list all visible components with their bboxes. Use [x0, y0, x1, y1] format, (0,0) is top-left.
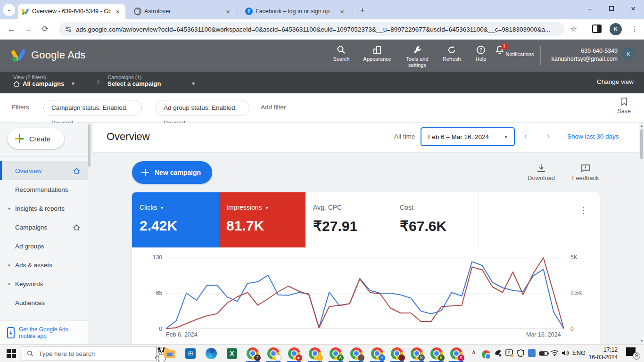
window-close-button[interactable]: ×: [622, 0, 644, 18]
chrome-window-icon[interactable]: K: [430, 347, 443, 360]
bookmark-star-icon[interactable]: ☆: [568, 24, 579, 35]
tools-settings-menu-item[interactable]: Tools and settings: [402, 45, 433, 68]
chrome-window-icon[interactable]: S: [450, 347, 463, 360]
campaign-selector[interactable]: Campaigns (1) Select a campaign ▾: [107, 74, 195, 87]
reload-icon[interactable]: ⟳: [40, 24, 51, 35]
excel-icon[interactable]: X: [225, 347, 239, 360]
sidebar-item-campaigns[interactable]: Campaigns: [0, 218, 88, 237]
create-button[interactable]: Create: [8, 128, 64, 149]
language-indicator[interactable]: ENG: [572, 349, 586, 356]
stat-avg-cpc[interactable]: Avg. CPC ₹27.91: [305, 192, 392, 247]
battery-icon[interactable]: [539, 351, 548, 356]
close-icon[interactable]: ×: [114, 8, 122, 16]
sidebar-item-overview[interactable]: Overview: [0, 161, 88, 180]
stat-impressions[interactable]: Impressions▾ 81.7K: [219, 192, 305, 247]
sidebar-item-ad-groups[interactable]: Ad groups: [0, 237, 88, 255]
close-icon[interactable]: ×: [224, 8, 232, 16]
filter-chip-adgroup-status[interactable]: Ad group status: Enabled, Paused: [156, 100, 249, 116]
scrollbar-thumb[interactable]: [640, 129, 643, 159]
sidebar-item-ads-assets[interactable]: ▸ Ads & assets: [0, 255, 88, 274]
chrome-window-icon[interactable]: S: [329, 347, 342, 360]
taskbar-search-input[interactable]: Type here to search: [22, 346, 157, 361]
scroll-up-icon[interactable]: ▲: [639, 123, 644, 128]
browser-menu-kebab-icon[interactable]: ⋮: [629, 24, 640, 35]
stat-clicks[interactable]: Clicks▾ 2.42K: [132, 192, 219, 247]
browser-tab-astrolover[interactable]: Astrolover ×: [130, 4, 236, 19]
save-filter-button[interactable]: Save: [618, 97, 631, 115]
chevron-down-icon[interactable]: ▾: [265, 205, 268, 210]
help-menu-item[interactable]: ? Help: [471, 45, 490, 62]
chevron-down-icon[interactable]: ▾: [161, 205, 163, 210]
view-selector[interactable]: View (2 filters) All campaigns ▾: [13, 74, 74, 87]
account-info[interactable]: 639-640-5349 kanushortsyt@gmail.com: [551, 47, 618, 63]
browser-profile-avatar[interactable]: K: [610, 23, 622, 35]
expand-icon[interactable]: ▸: [8, 281, 11, 286]
forward-icon[interactable]: →: [23, 24, 34, 35]
new-campaign-button[interactable]: New campaign: [132, 161, 212, 184]
close-icon[interactable]: ×: [338, 8, 346, 16]
search-menu-item[interactable]: Search: [330, 45, 353, 62]
start-button[interactable]: [7, 349, 16, 358]
chrome-window-icon[interactable]: ▶: [288, 347, 301, 360]
tray-satellite-icon[interactable]: [494, 349, 502, 359]
edge-browser-icon[interactable]: [205, 347, 218, 360]
notifications-menu-item[interactable]: ! Notifications: [494, 45, 535, 58]
feedback-icon: [581, 164, 590, 173]
browser-tab-overview[interactable]: Overview - 639-640-5349 - Goo ×: [18, 4, 125, 19]
account-avatar[interactable]: K: [621, 47, 636, 61]
tray-shield-icon[interactable]: [517, 349, 525, 359]
tray-app-icon[interactable]: [528, 349, 536, 357]
card-menu-kebab-icon[interactable]: ⋮: [579, 206, 587, 215]
previous-period-icon[interactable]: ‹: [524, 131, 527, 141]
scroll-down-icon[interactable]: ▼: [639, 339, 644, 343]
expand-icon[interactable]: ▸: [8, 263, 11, 267]
sidebar-item-keywords[interactable]: ▸ Keywords: [0, 274, 88, 293]
tray-expand-icon[interactable]: ∧: [471, 348, 476, 355]
window-restore-button[interactable]: [601, 0, 622, 18]
chrome-window-icon[interactable]: 2: [246, 347, 259, 360]
tray-display-icon[interactable]: [505, 349, 513, 359]
refresh-menu-item[interactable]: Refresh: [440, 45, 463, 62]
right-axis-tick: 2.5K: [570, 290, 582, 296]
expand-icon[interactable]: ▸: [8, 206, 11, 211]
sidebar-item-recommendations[interactable]: Recommendations: [0, 180, 88, 199]
x-axis-start-label: Feb 6, 2024: [166, 331, 198, 338]
page-scrollbar[interactable]: ▲ ▼: [639, 123, 644, 344]
filter-chip-campaign-status[interactable]: Campaign status: Enabled, Paused: [43, 100, 142, 116]
change-view-link[interactable]: Change view: [597, 78, 634, 85]
chrome-window-icon[interactable]: K: [410, 347, 423, 360]
date-range-picker[interactable]: Feb 6 – Mar 16, 2024 ▾: [421, 127, 515, 146]
tab-search-button[interactable]: ⌄: [3, 4, 15, 16]
taskbar-clock[interactable]: 17:12 16-03-2024: [589, 346, 618, 361]
add-filter-link[interactable]: Add filter: [261, 104, 286, 111]
sidebar-scrollbar[interactable]: [88, 124, 91, 167]
next-period-icon[interactable]: ›: [547, 131, 550, 141]
mobile-app-promo[interactable]: Get the Google Ads mobile app: [0, 321, 88, 344]
left-axis-tick: 0: [149, 326, 162, 332]
chrome-window-icon[interactable]: A: [371, 347, 384, 360]
profile-badge: [275, 354, 281, 361]
appearance-menu-item[interactable]: Appearance: [361, 45, 393, 62]
chrome-window-icon[interactable]: [390, 347, 404, 360]
back-icon[interactable]: ←: [6, 24, 17, 35]
new-tab-button[interactable]: +: [356, 5, 369, 17]
tray-chrome-icon[interactable]: [481, 348, 491, 361]
download-button[interactable]: Download: [522, 164, 560, 181]
wifi-icon[interactable]: [551, 349, 559, 358]
stat-cost[interactable]: Cost ₹67.6K: [392, 192, 479, 247]
window-minimize-button[interactable]: –: [579, 0, 601, 18]
volume-icon[interactable]: [561, 349, 570, 358]
side-panel-icon[interactable]: [592, 25, 602, 33]
show-last-30-days-link[interactable]: Show last 30 days: [567, 133, 619, 140]
url-bar[interactable]: ads.google.com/aw/overview?ocid=64536311…: [59, 22, 564, 36]
chrome-window-icon[interactable]: [350, 347, 363, 360]
chrome-window-icon[interactable]: [308, 347, 322, 360]
file-explorer-icon[interactable]: [163, 347, 176, 360]
sidebar-item-audiences[interactable]: Audiences: [0, 293, 88, 312]
browser-tab-facebook[interactable]: f Facebook – log in or sign up ×: [241, 4, 350, 19]
sidebar-item-insights-reports[interactable]: ▸ Insights & reports: [0, 199, 88, 218]
action-center-button[interactable]: 9: [626, 347, 638, 358]
feedback-button[interactable]: Feedback: [568, 164, 603, 181]
chrome-window-icon[interactable]: [267, 347, 280, 360]
microsoft-store-icon[interactable]: ⊞: [184, 347, 197, 360]
